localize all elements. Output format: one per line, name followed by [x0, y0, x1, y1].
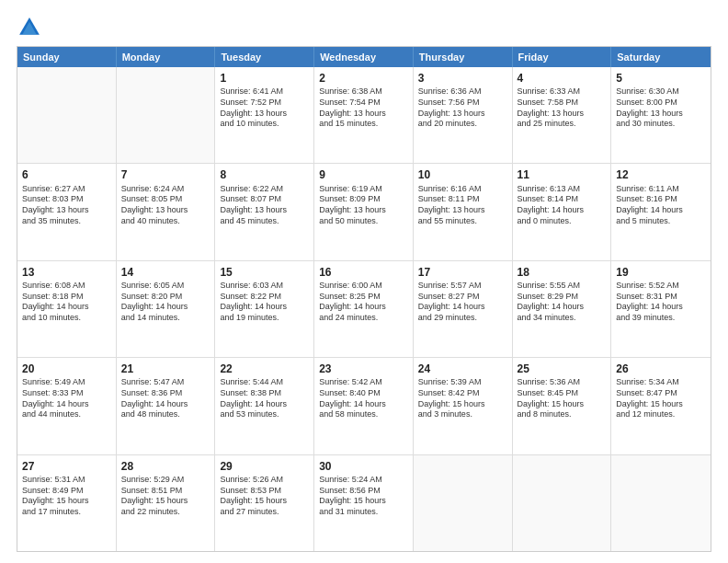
- cell-text: Sunrise: 5:52 AM Sunset: 8:31 PM Dayligh…: [616, 281, 706, 324]
- page: SundayMondayTuesdayWednesdayThursdayFrid…: [0, 0, 728, 563]
- calendar-row: 13Sunrise: 6:08 AM Sunset: 8:18 PM Dayli…: [17, 260, 711, 357]
- day-number: 13: [22, 265, 111, 280]
- calendar-cell: 7Sunrise: 6:24 AM Sunset: 8:05 PM Daylig…: [117, 164, 216, 259]
- calendar-cell: 29Sunrise: 5:26 AM Sunset: 8:53 PM Dayli…: [215, 455, 314, 551]
- day-number: 11: [518, 167, 607, 182]
- calendar-cell: 17Sunrise: 5:57 AM Sunset: 8:27 PM Dayli…: [414, 261, 513, 357]
- calendar-cell: [17, 67, 117, 163]
- day-number: 5: [616, 71, 706, 86]
- calendar-cell: 30Sunrise: 5:24 AM Sunset: 8:56 PM Dayli…: [314, 455, 414, 551]
- calendar-cell: 10Sunrise: 6:16 AM Sunset: 8:11 PM Dayli…: [414, 164, 513, 259]
- day-number: 19: [616, 265, 706, 280]
- calendar-cell: 8Sunrise: 6:22 AM Sunset: 8:07 PM Daylig…: [215, 164, 314, 259]
- calendar-cell: 25Sunrise: 5:36 AM Sunset: 8:45 PM Dayli…: [513, 358, 612, 454]
- calendar-cell: [414, 455, 513, 551]
- cell-text: Sunrise: 5:31 AM Sunset: 8:49 PM Dayligh…: [22, 475, 111, 518]
- cell-text: Sunrise: 6:13 AM Sunset: 8:14 PM Dayligh…: [518, 184, 607, 227]
- cell-text: Sunrise: 5:55 AM Sunset: 8:29 PM Dayligh…: [518, 281, 607, 324]
- calendar-cell: 16Sunrise: 6:00 AM Sunset: 8:25 PM Dayli…: [314, 261, 414, 357]
- day-number: 10: [418, 167, 507, 182]
- day-number: 22: [220, 362, 309, 376]
- calendar-cell: 22Sunrise: 5:44 AM Sunset: 8:38 PM Dayli…: [215, 358, 314, 454]
- calendar-cell: 4Sunrise: 6:33 AM Sunset: 7:58 PM Daylig…: [513, 67, 612, 163]
- cell-text: Sunrise: 6:22 AM Sunset: 8:07 PM Dayligh…: [220, 184, 309, 227]
- day-number: 28: [121, 459, 210, 474]
- cell-text: Sunrise: 5:36 AM Sunset: 8:45 PM Dayligh…: [518, 377, 607, 420]
- cell-text: Sunrise: 6:03 AM Sunset: 8:22 PM Dayligh…: [220, 281, 309, 324]
- day-number: 27: [22, 459, 111, 474]
- weekday-header: Tuesday: [215, 47, 314, 67]
- calendar-cell: 12Sunrise: 6:11 AM Sunset: 8:16 PM Dayli…: [611, 164, 711, 259]
- cell-text: Sunrise: 5:47 AM Sunset: 8:36 PM Dayligh…: [121, 377, 210, 420]
- day-number: 26: [616, 362, 706, 376]
- calendar-cell: 24Sunrise: 5:39 AM Sunset: 8:42 PM Dayli…: [414, 358, 513, 454]
- calendar-cell: 14Sunrise: 6:05 AM Sunset: 8:20 PM Dayli…: [117, 261, 216, 357]
- cell-text: Sunrise: 6:00 AM Sunset: 8:25 PM Dayligh…: [319, 281, 408, 324]
- day-number: 18: [518, 265, 607, 280]
- day-number: 7: [121, 167, 210, 182]
- calendar-cell: 21Sunrise: 5:47 AM Sunset: 8:36 PM Dayli…: [117, 358, 216, 454]
- cell-text: Sunrise: 6:11 AM Sunset: 8:16 PM Dayligh…: [616, 184, 706, 227]
- day-number: 15: [220, 265, 309, 280]
- cell-text: Sunrise: 6:27 AM Sunset: 8:03 PM Dayligh…: [22, 184, 111, 227]
- day-number: 2: [319, 71, 408, 86]
- cell-text: Sunrise: 5:39 AM Sunset: 8:42 PM Dayligh…: [418, 377, 507, 420]
- cell-text: Sunrise: 6:41 AM Sunset: 7:52 PM Dayligh…: [220, 86, 309, 130]
- calendar: SundayMondayTuesdayWednesdayThursdayFrid…: [17, 46, 711, 552]
- calendar-cell: 20Sunrise: 5:49 AM Sunset: 8:33 PM Dayli…: [17, 358, 117, 454]
- day-number: 25: [518, 362, 607, 376]
- calendar-cell: 15Sunrise: 6:03 AM Sunset: 8:22 PM Dayli…: [215, 261, 314, 357]
- weekday-header: Friday: [513, 47, 612, 67]
- calendar-cell: 6Sunrise: 6:27 AM Sunset: 8:03 PM Daylig…: [17, 164, 117, 259]
- calendar-cell: [611, 455, 711, 551]
- calendar-body: 1Sunrise: 6:41 AM Sunset: 7:52 PM Daylig…: [17, 67, 711, 551]
- day-number: 9: [319, 167, 408, 182]
- cell-text: Sunrise: 6:38 AM Sunset: 7:54 PM Dayligh…: [319, 86, 408, 130]
- cell-text: Sunrise: 5:44 AM Sunset: 8:38 PM Dayligh…: [220, 377, 309, 420]
- day-number: 8: [220, 167, 309, 182]
- cell-text: Sunrise: 6:08 AM Sunset: 8:18 PM Dayligh…: [22, 281, 111, 324]
- cell-text: Sunrise: 6:24 AM Sunset: 8:05 PM Dayligh…: [121, 184, 210, 227]
- cell-text: Sunrise: 5:29 AM Sunset: 8:51 PM Dayligh…: [121, 475, 210, 518]
- weekday-header: Wednesday: [314, 47, 414, 67]
- weekday-header: Thursday: [414, 47, 513, 67]
- day-number: 24: [418, 362, 507, 376]
- weekday-header: Saturday: [611, 47, 711, 67]
- day-number: 14: [121, 265, 210, 280]
- calendar-cell: 5Sunrise: 6:30 AM Sunset: 8:00 PM Daylig…: [611, 67, 711, 163]
- cell-text: Sunrise: 6:05 AM Sunset: 8:20 PM Dayligh…: [121, 281, 210, 324]
- day-number: 30: [319, 459, 408, 474]
- logo: [17, 15, 46, 40]
- calendar-cell: 1Sunrise: 6:41 AM Sunset: 7:52 PM Daylig…: [215, 67, 314, 163]
- calendar-cell: 2Sunrise: 6:38 AM Sunset: 7:54 PM Daylig…: [314, 67, 414, 163]
- calendar-cell: 26Sunrise: 5:34 AM Sunset: 8:47 PM Dayli…: [611, 358, 711, 454]
- weekday-header: Monday: [117, 47, 216, 67]
- weekday-header: Sunday: [17, 47, 117, 67]
- calendar-cell: 27Sunrise: 5:31 AM Sunset: 8:49 PM Dayli…: [17, 455, 117, 551]
- calendar-cell: 11Sunrise: 6:13 AM Sunset: 8:14 PM Dayli…: [513, 164, 612, 259]
- calendar-row: 6Sunrise: 6:27 AM Sunset: 8:03 PM Daylig…: [17, 163, 711, 259]
- day-number: 6: [22, 167, 111, 182]
- logo-icon: [17, 15, 42, 40]
- calendar-cell: 23Sunrise: 5:42 AM Sunset: 8:40 PM Dayli…: [314, 358, 414, 454]
- cell-text: Sunrise: 6:33 AM Sunset: 7:58 PM Dayligh…: [518, 86, 607, 130]
- calendar-cell: 3Sunrise: 6:36 AM Sunset: 7:56 PM Daylig…: [414, 67, 513, 163]
- calendar-row: 20Sunrise: 5:49 AM Sunset: 8:33 PM Dayli…: [17, 357, 711, 454]
- cell-text: Sunrise: 6:30 AM Sunset: 8:00 PM Dayligh…: [616, 86, 706, 130]
- day-number: 16: [319, 265, 408, 280]
- cell-text: Sunrise: 6:16 AM Sunset: 8:11 PM Dayligh…: [418, 184, 507, 227]
- calendar-cell: [513, 455, 612, 551]
- cell-text: Sunrise: 5:49 AM Sunset: 8:33 PM Dayligh…: [22, 377, 111, 420]
- calendar-cell: 9Sunrise: 6:19 AM Sunset: 8:09 PM Daylig…: [314, 164, 414, 259]
- day-number: 4: [518, 71, 607, 86]
- calendar-row: 1Sunrise: 6:41 AM Sunset: 7:52 PM Daylig…: [17, 67, 711, 163]
- calendar-cell: 19Sunrise: 5:52 AM Sunset: 8:31 PM Dayli…: [611, 261, 711, 357]
- calendar-row: 27Sunrise: 5:31 AM Sunset: 8:49 PM Dayli…: [17, 454, 711, 551]
- calendar-header: SundayMondayTuesdayWednesdayThursdayFrid…: [17, 47, 711, 67]
- calendar-cell: 28Sunrise: 5:29 AM Sunset: 8:51 PM Dayli…: [117, 455, 216, 551]
- calendar-cell: [117, 67, 216, 163]
- day-number: 20: [22, 362, 111, 376]
- header: [17, 15, 711, 40]
- calendar-cell: 13Sunrise: 6:08 AM Sunset: 8:18 PM Dayli…: [17, 261, 117, 357]
- day-number: 12: [616, 167, 706, 182]
